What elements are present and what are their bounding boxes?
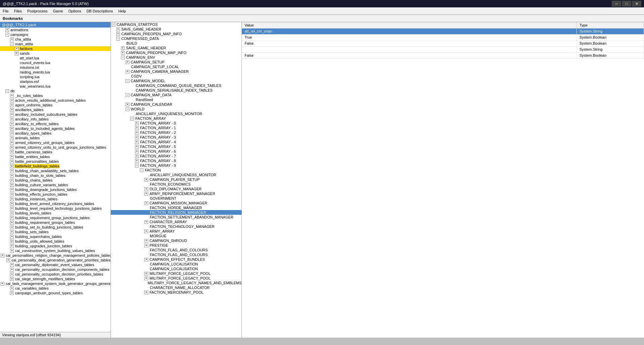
expand-icon-middle-military_force_legacy_pool2[interactable]: + bbox=[144, 277, 148, 280]
middle-tree-item-army_reinforcement_manager[interactable]: +ARMY_REINFORCEMENT_MANAGER bbox=[111, 191, 242, 196]
expand-icon-middle-campaign_preopen_map_info[interactable]: + bbox=[116, 32, 120, 36]
middle-tree-item-military_force_legacy_pool[interactable]: +MILITARY_FORCE_LEGACY_POOL bbox=[111, 271, 242, 276]
middle-tree-item-faction_mercenary_pool[interactable]: +FACTION_MERCENARY_POOL bbox=[111, 290, 242, 295]
middle-tree-item-build[interactable]: BUILD bbox=[111, 41, 242, 46]
expand-icon-middle-old_diplomacy_manager[interactable]: + bbox=[144, 187, 148, 191]
expand-icon-battlefield_buildings_tables[interactable]: + bbox=[10, 164, 14, 168]
left-tree-item-cai_personalities_religion[interactable]: +cai_personalities_religion_change_manag… bbox=[0, 253, 111, 258]
middle-tree-item-character_array[interactable]: +CHARACTER_ARRAY bbox=[111, 219, 242, 224]
expand-icon-middle-campaign_mission_manager[interactable]: + bbox=[144, 201, 148, 205]
expand-icon-building_culture_variants[interactable]: + bbox=[10, 183, 14, 187]
expand-icon-building_upgrades_junction_tables[interactable]: + bbox=[10, 244, 14, 248]
expand-icon-middle-save_game_header[interactable]: + bbox=[116, 28, 120, 31]
expand-icon-middle-world[interactable]: − bbox=[126, 107, 129, 111]
left-tree-item-scripting_lua[interactable]: scripting.lua bbox=[0, 75, 111, 79]
middle-tree-item-campaign_localisation[interactable]: CAMPAIGN_LOCALISATION bbox=[111, 262, 242, 266]
left-tree-item-building_sets_tables[interactable]: +building_sets_tables bbox=[0, 230, 111, 234]
middle-tree-item-faction_settlement_abandon_manager[interactable]: FACTION_SETTLEMENT_ABANDON_MANAGER bbox=[111, 215, 242, 219]
middle-tree-item-campaign_shroud[interactable]: +CAMPAIGN_SHROUD bbox=[111, 238, 242, 243]
expand-icon-cai_personality_occupation_decision_priorities[interactable]: + bbox=[10, 273, 14, 276]
expand-icon-middle-faction_array_2[interactable]: + bbox=[135, 131, 139, 135]
expand-icon-ancillary_to_effects_tables[interactable]: + bbox=[10, 122, 14, 126]
middle-tree-item-prestige[interactable]: +PRESTIGE bbox=[111, 243, 242, 248]
expand-icon-building_requirement_group_junctions[interactable]: + bbox=[10, 216, 14, 220]
expand-icon-cai_construction_system_building_values[interactable]: + bbox=[10, 249, 14, 253]
expand-icon-ancillary_included_subcultures[interactable]: + bbox=[10, 113, 14, 116]
expand-icon-building_levels_tables[interactable]: + bbox=[10, 211, 14, 215]
left-tree-item-att_start_lua[interactable]: att_start.lua bbox=[0, 56, 111, 60]
middle-tree-item-faction_technology_manager[interactable]: FACTION_TECHNOLOGY_MANAGER bbox=[111, 224, 242, 229]
expand-icon-middle-campaign_map_data[interactable]: − bbox=[126, 93, 129, 97]
expand-icon-building_level_armed_citizenry[interactable]: + bbox=[10, 202, 14, 206]
left-tree-item-ancillary_info_tables[interactable]: +ancillary_info_tables bbox=[0, 117, 111, 121]
expand-icon-battle_cameras_tables[interactable]: + bbox=[10, 150, 14, 154]
middle-tree-item-campaign_model[interactable]: −CAMPAIGN_MODEL bbox=[111, 79, 242, 83]
expand-icon-middle-compressed_data[interactable]: − bbox=[116, 37, 120, 41]
left-tree-item-cai_personality_occupation_decision_priorities[interactable]: +cai_personality_occupation_decision_pri… bbox=[0, 272, 111, 277]
left-tree-item-db[interactable]: −db bbox=[0, 89, 111, 93]
middle-tree-item-faction_array_3[interactable]: +FACTION_ARRAY - 3 bbox=[111, 135, 242, 140]
left-tree-item-animals_tables[interactable]: +animals_tables bbox=[0, 136, 111, 140]
left-tree-item-ancillary_types_tables[interactable]: +ancillary_types_tables bbox=[0, 131, 111, 136]
expand-icon-middle-campaign_camera_manager[interactable]: + bbox=[126, 70, 129, 73]
left-tree-item-building_superchains_tables[interactable]: +building_superchains_tables bbox=[0, 234, 111, 239]
left-tree-item-_kv_rules_tables[interactable]: +_kv_rules_tables bbox=[0, 93, 111, 98]
left-tree-item-building_instances_tables[interactable]: +building_instances_tables bbox=[0, 197, 111, 201]
expand-icon-middle-faction_array_0[interactable]: + bbox=[135, 121, 139, 125]
minimize-button[interactable]: ─ bbox=[612, 1, 621, 7]
middle-tree-item-government[interactable]: GOVERNMENT bbox=[111, 196, 242, 201]
middle-tree-item-world[interactable]: −WORLD bbox=[111, 107, 242, 111]
left-tree-item-building_units_allowed_tables[interactable]: +building_units_allowed_tables bbox=[0, 239, 111, 244]
menu-item-help[interactable]: Help bbox=[116, 7, 129, 14]
middle-tree-item-campaign_localisation2[interactable]: CAMPAIGN_LOCALISATION bbox=[111, 266, 242, 271]
left-tree-item-startpos_esf[interactable]: startpos.esf bbox=[0, 79, 111, 84]
left-tree-item-missions_txt[interactable]: missions.txt bbox=[0, 65, 111, 70]
menu-item-db descriptions[interactable]: DB Descriptions bbox=[84, 7, 116, 14]
left-tree-item-ancillary_to_included_agents[interactable]: +ancillary_to_included_agents_tables bbox=[0, 126, 111, 131]
left-tree-item-war_weariness_lua[interactable]: war_weariness.lua bbox=[0, 84, 111, 89]
middle-tree-item-character_name_allocator[interactable]: CHARACTER_NAME_ALLOCATOR bbox=[111, 285, 242, 290]
left-tree-item-building_upgrades_junction_tables[interactable]: +building_upgrades_junction_tables bbox=[0, 244, 111, 248]
left-tree-item-building_set_to_building_junctions[interactable]: +building_set_to_building_junctions_tabl… bbox=[0, 225, 111, 230]
expand-icon-middle-save_game_header2[interactable]: + bbox=[121, 46, 125, 50]
right-row-0[interactable]: att_rel_chr_orianSystem.String bbox=[242, 29, 644, 35]
left-tree-item-building_chain_to_slots_tables[interactable]: +building_chain_to_slots_tables bbox=[0, 173, 111, 178]
menu-item-file[interactable]: File bbox=[0, 7, 11, 14]
expand-icon-building_chain_to_slots_tables[interactable]: + bbox=[10, 174, 14, 178]
middle-tree-item-campaign_calendar[interactable]: +CAMPAIGN_CALENDAR bbox=[111, 102, 242, 107]
expand-icon-agent_uniforms[interactable]: + bbox=[10, 103, 14, 107]
expand-icon-cai_task_management_system[interactable]: + bbox=[1, 282, 4, 286]
middle-tree-item-ancillary_uniqueness_monitor[interactable]: ANCILLARY_UNIQUENESS_MONITOR bbox=[111, 111, 242, 116]
left-tree-item-cai_variables_tables[interactable]: +cai_variables_tables bbox=[0, 286, 111, 291]
expand-icon-middle-campaign_preopen_map_info2[interactable]: + bbox=[121, 51, 125, 55]
left-tree-item-building_levels_tables[interactable]: +building_levels_tables bbox=[0, 211, 111, 215]
middle-tree-item-faction_flag_and_colours[interactable]: FACTION_FLAG_AND_COLOURS bbox=[111, 248, 242, 252]
expand-icon-building_effects_junction_tables[interactable]: + bbox=[10, 193, 14, 196]
expand-icon-battle_entities_tables[interactable]: + bbox=[10, 155, 14, 159]
right-row-1[interactable]: TrueSystem.Boolean bbox=[242, 35, 644, 41]
right-row-2[interactable]: FalseSystem.Boolean bbox=[242, 41, 644, 47]
expand-icon-sands[interactable]: + bbox=[15, 52, 18, 55]
left-tree-item-building_culture_variants[interactable]: +building_culture_variants_tables bbox=[0, 183, 111, 187]
middle-tree-item-faction_array_1[interactable]: +FACTION_ARRAY - 1 bbox=[111, 126, 242, 130]
left-tree-item-building_requirement_group_junctions[interactable]: +building_requirement_group_junctions_ta… bbox=[0, 215, 111, 220]
expand-icon-building_level_required_technology[interactable]: + bbox=[10, 207, 14, 210]
expand-icon-middle-faction_array_1[interactable]: + bbox=[135, 126, 139, 130]
left-tree-item-battlefield_buildings_tables[interactable]: +battlefield_buildings_tables bbox=[0, 164, 111, 168]
expand-icon-middle-military_force_legacy_pool[interactable]: + bbox=[144, 272, 148, 276]
middle-tree-item-faction_array_5[interactable]: +FACTION_ARRAY - 5 bbox=[111, 144, 242, 149]
expand-icon-middle-faction_array_7[interactable]: + bbox=[135, 154, 139, 158]
expand-icon-battle_personalities_tables[interactable]: + bbox=[10, 160, 14, 163]
left-tree-item-cha_attila[interactable]: +cha_attila bbox=[0, 37, 111, 42]
expand-icon-building_sets_tables[interactable]: + bbox=[10, 230, 14, 234]
expand-icon-middle-army_array[interactable]: + bbox=[144, 230, 148, 233]
middle-tree-item-campaign_env[interactable]: −CAMPAIGN_ENV bbox=[111, 55, 242, 60]
left-tree-item-building_chains_tables[interactable]: +building_chains_tables bbox=[0, 178, 111, 183]
left-tree-item-council_events_lua[interactable]: council_events.lua bbox=[0, 60, 111, 65]
expand-icon-middle-army_reinforcement_manager[interactable]: + bbox=[144, 192, 148, 196]
expand-icon-factions[interactable]: + bbox=[15, 47, 18, 51]
expand-icon-db[interactable]: − bbox=[5, 89, 9, 93]
expand-icon-action_results[interactable]: + bbox=[10, 99, 14, 102]
menu-item-postprocess[interactable]: Postprocess bbox=[25, 7, 50, 14]
expand-icon-ancillary_info_tables[interactable]: + bbox=[10, 117, 14, 121]
